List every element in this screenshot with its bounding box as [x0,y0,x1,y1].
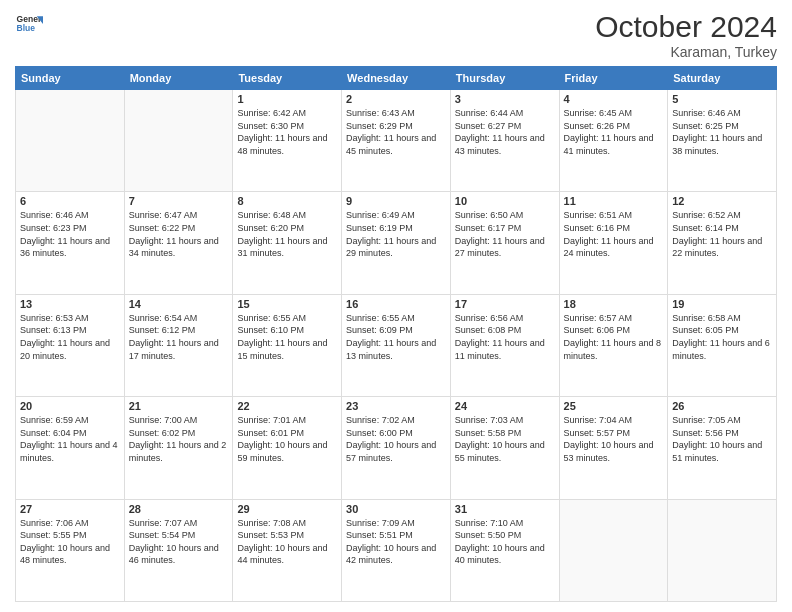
day-number: 27 [20,503,120,515]
calendar-cell: 1Sunrise: 6:42 AM Sunset: 6:30 PM Daylig… [233,90,342,192]
calendar-cell: 7Sunrise: 6:47 AM Sunset: 6:22 PM Daylig… [124,192,233,294]
calendar-cell: 14Sunrise: 6:54 AM Sunset: 6:12 PM Dayli… [124,294,233,396]
day-detail: Sunrise: 6:54 AM Sunset: 6:12 PM Dayligh… [129,312,229,362]
calendar-cell: 13Sunrise: 6:53 AM Sunset: 6:13 PM Dayli… [16,294,125,396]
day-detail: Sunrise: 6:58 AM Sunset: 6:05 PM Dayligh… [672,312,772,362]
calendar-cell [559,499,668,601]
header: General Blue General Blue October 2024 K… [15,10,777,60]
day-number: 5 [672,93,772,105]
day-detail: Sunrise: 7:10 AM Sunset: 5:50 PM Dayligh… [455,517,555,567]
day-detail: Sunrise: 6:55 AM Sunset: 6:10 PM Dayligh… [237,312,337,362]
calendar-cell: 20Sunrise: 6:59 AM Sunset: 6:04 PM Dayli… [16,397,125,499]
day-detail: Sunrise: 6:51 AM Sunset: 6:16 PM Dayligh… [564,209,664,259]
day-detail: Sunrise: 6:45 AM Sunset: 6:26 PM Dayligh… [564,107,664,157]
calendar-cell: 24Sunrise: 7:03 AM Sunset: 5:58 PM Dayli… [450,397,559,499]
dow-header-friday: Friday [559,67,668,90]
calendar-body: 1Sunrise: 6:42 AM Sunset: 6:30 PM Daylig… [16,90,777,602]
day-detail: Sunrise: 6:55 AM Sunset: 6:09 PM Dayligh… [346,312,446,362]
calendar-cell: 8Sunrise: 6:48 AM Sunset: 6:20 PM Daylig… [233,192,342,294]
day-detail: Sunrise: 6:42 AM Sunset: 6:30 PM Dayligh… [237,107,337,157]
calendar-cell: 11Sunrise: 6:51 AM Sunset: 6:16 PM Dayli… [559,192,668,294]
day-number: 30 [346,503,446,515]
calendar-cell: 29Sunrise: 7:08 AM Sunset: 5:53 PM Dayli… [233,499,342,601]
day-detail: Sunrise: 6:48 AM Sunset: 6:20 PM Dayligh… [237,209,337,259]
day-number: 8 [237,195,337,207]
calendar-cell: 5Sunrise: 6:46 AM Sunset: 6:25 PM Daylig… [668,90,777,192]
day-detail: Sunrise: 6:57 AM Sunset: 6:06 PM Dayligh… [564,312,664,362]
calendar-week-4: 20Sunrise: 6:59 AM Sunset: 6:04 PM Dayli… [16,397,777,499]
calendar-cell: 12Sunrise: 6:52 AM Sunset: 6:14 PM Dayli… [668,192,777,294]
day-detail: Sunrise: 7:00 AM Sunset: 6:02 PM Dayligh… [129,414,229,464]
day-number: 23 [346,400,446,412]
day-detail: Sunrise: 6:50 AM Sunset: 6:17 PM Dayligh… [455,209,555,259]
day-number: 16 [346,298,446,310]
day-number: 25 [564,400,664,412]
day-detail: Sunrise: 7:07 AM Sunset: 5:54 PM Dayligh… [129,517,229,567]
day-detail: Sunrise: 7:05 AM Sunset: 5:56 PM Dayligh… [672,414,772,464]
day-detail: Sunrise: 6:52 AM Sunset: 6:14 PM Dayligh… [672,209,772,259]
day-detail: Sunrise: 6:43 AM Sunset: 6:29 PM Dayligh… [346,107,446,157]
day-number: 13 [20,298,120,310]
calendar-table: SundayMondayTuesdayWednesdayThursdayFrid… [15,66,777,602]
logo: General Blue General Blue [15,10,43,38]
day-number: 29 [237,503,337,515]
calendar-week-5: 27Sunrise: 7:06 AM Sunset: 5:55 PM Dayli… [16,499,777,601]
day-number: 12 [672,195,772,207]
day-number: 19 [672,298,772,310]
calendar-cell: 17Sunrise: 6:56 AM Sunset: 6:08 PM Dayli… [450,294,559,396]
calendar-cell: 28Sunrise: 7:07 AM Sunset: 5:54 PM Dayli… [124,499,233,601]
day-number: 20 [20,400,120,412]
svg-text:Blue: Blue [17,23,36,33]
calendar-week-3: 13Sunrise: 6:53 AM Sunset: 6:13 PM Dayli… [16,294,777,396]
day-detail: Sunrise: 6:59 AM Sunset: 6:04 PM Dayligh… [20,414,120,464]
dow-header-wednesday: Wednesday [342,67,451,90]
day-detail: Sunrise: 6:44 AM Sunset: 6:27 PM Dayligh… [455,107,555,157]
dow-header-tuesday: Tuesday [233,67,342,90]
day-number: 3 [455,93,555,105]
calendar-cell: 10Sunrise: 6:50 AM Sunset: 6:17 PM Dayli… [450,192,559,294]
dow-header-thursday: Thursday [450,67,559,90]
day-detail: Sunrise: 7:01 AM Sunset: 6:01 PM Dayligh… [237,414,337,464]
calendar-week-2: 6Sunrise: 6:46 AM Sunset: 6:23 PM Daylig… [16,192,777,294]
day-number: 15 [237,298,337,310]
logo-icon: General Blue [15,10,43,38]
day-number: 9 [346,195,446,207]
day-detail: Sunrise: 6:47 AM Sunset: 6:22 PM Dayligh… [129,209,229,259]
day-detail: Sunrise: 6:46 AM Sunset: 6:23 PM Dayligh… [20,209,120,259]
calendar-cell: 21Sunrise: 7:00 AM Sunset: 6:02 PM Dayli… [124,397,233,499]
day-detail: Sunrise: 7:08 AM Sunset: 5:53 PM Dayligh… [237,517,337,567]
day-number: 1 [237,93,337,105]
day-detail: Sunrise: 7:02 AM Sunset: 6:00 PM Dayligh… [346,414,446,464]
calendar-cell: 27Sunrise: 7:06 AM Sunset: 5:55 PM Dayli… [16,499,125,601]
day-of-week-row: SundayMondayTuesdayWednesdayThursdayFrid… [16,67,777,90]
calendar-cell [124,90,233,192]
calendar-week-1: 1Sunrise: 6:42 AM Sunset: 6:30 PM Daylig… [16,90,777,192]
dow-header-saturday: Saturday [668,67,777,90]
dow-header-monday: Monday [124,67,233,90]
location-subtitle: Karaman, Turkey [595,44,777,60]
page: General Blue General Blue October 2024 K… [0,0,792,612]
calendar-cell: 22Sunrise: 7:01 AM Sunset: 6:01 PM Dayli… [233,397,342,499]
day-number: 10 [455,195,555,207]
calendar-cell: 19Sunrise: 6:58 AM Sunset: 6:05 PM Dayli… [668,294,777,396]
calendar-cell: 9Sunrise: 6:49 AM Sunset: 6:19 PM Daylig… [342,192,451,294]
day-detail: Sunrise: 7:03 AM Sunset: 5:58 PM Dayligh… [455,414,555,464]
calendar-cell: 16Sunrise: 6:55 AM Sunset: 6:09 PM Dayli… [342,294,451,396]
day-detail: Sunrise: 6:49 AM Sunset: 6:19 PM Dayligh… [346,209,446,259]
title-block: October 2024 Karaman, Turkey [595,10,777,60]
calendar-cell: 2Sunrise: 6:43 AM Sunset: 6:29 PM Daylig… [342,90,451,192]
calendar-cell: 31Sunrise: 7:10 AM Sunset: 5:50 PM Dayli… [450,499,559,601]
day-detail: Sunrise: 6:53 AM Sunset: 6:13 PM Dayligh… [20,312,120,362]
dow-header-sunday: Sunday [16,67,125,90]
calendar-cell [668,499,777,601]
day-detail: Sunrise: 6:56 AM Sunset: 6:08 PM Dayligh… [455,312,555,362]
day-number: 31 [455,503,555,515]
day-number: 22 [237,400,337,412]
day-detail: Sunrise: 7:09 AM Sunset: 5:51 PM Dayligh… [346,517,446,567]
calendar-cell: 26Sunrise: 7:05 AM Sunset: 5:56 PM Dayli… [668,397,777,499]
calendar-cell [16,90,125,192]
day-number: 21 [129,400,229,412]
day-detail: Sunrise: 7:04 AM Sunset: 5:57 PM Dayligh… [564,414,664,464]
day-number: 17 [455,298,555,310]
calendar-cell: 30Sunrise: 7:09 AM Sunset: 5:51 PM Dayli… [342,499,451,601]
